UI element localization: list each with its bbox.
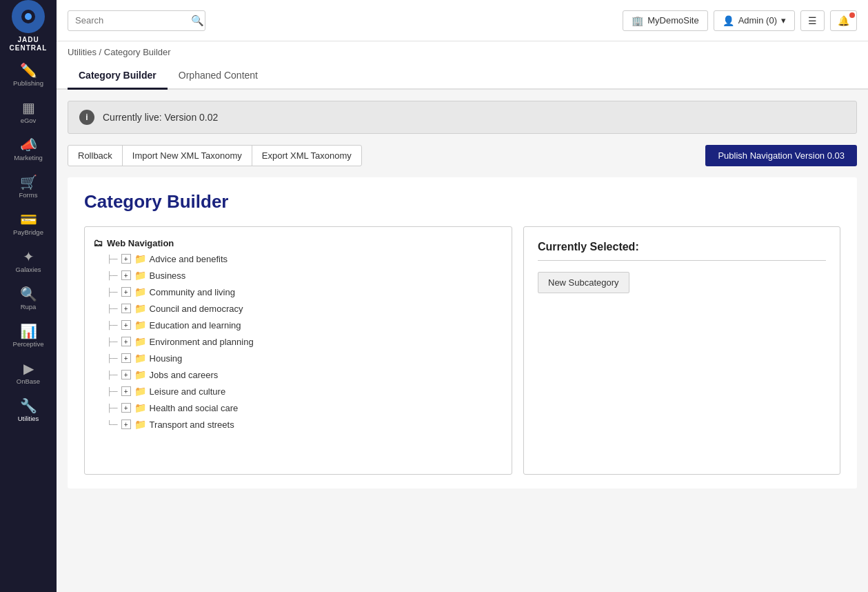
alert-button[interactable]: 🔔 (830, 10, 857, 31)
sidebar-label-marketing: Marketing (14, 154, 43, 161)
sidebar-item-perceptive[interactable]: 📊 Perceptive (0, 317, 57, 355)
tree-item[interactable]: ├─+📁Business (105, 267, 503, 284)
tree-item[interactable]: ├─+📁Housing (105, 350, 503, 366)
sidebar-item-marketing[interactable]: 📣 Marketing (0, 131, 57, 168)
folder-icon: 📁 (134, 253, 146, 264)
tree-item[interactable]: └─+📁Transport and streets (105, 416, 503, 433)
admin-label: Admin (0) (738, 15, 777, 26)
onbase-icon: ▶ (23, 362, 34, 375)
expand-button[interactable]: + (121, 270, 131, 280)
rupa-icon: 🔍 (20, 287, 37, 301)
sidebar-item-onbase[interactable]: ▶ OnBase (0, 355, 57, 392)
perceptive-icon: 📊 (20, 324, 37, 338)
sidebar-label-utilities: Utilities (18, 415, 39, 422)
sidebar-label-paybridge: PayBridge (13, 228, 43, 236)
tree-item-label: Business (150, 270, 186, 281)
notification-badge (849, 12, 855, 18)
mysite-button[interactable]: 🏢 MyDemoSite (623, 10, 707, 31)
tree-item-label: Transport and streets (150, 420, 234, 430)
logo-circle (12, 0, 45, 33)
sidebar-logo: JADUCENTRAL (0, 0, 57, 57)
folder-icon: 📁 (134, 369, 146, 380)
tree-connector: ├─ (107, 255, 118, 263)
tree-root: 🗂 Web Navigation ├─+📁Advice and benefits… (93, 235, 503, 433)
folder-icon: 📁 (134, 270, 146, 281)
search-box[interactable]: 🔍 (68, 10, 205, 31)
page-content: i Currently live: Version 0.02 Rollback … (57, 90, 868, 592)
folder-icon: 📁 (134, 336, 146, 347)
selected-divider (538, 260, 826, 261)
expand-button[interactable]: + (121, 254, 131, 264)
expand-button[interactable]: + (121, 370, 131, 379)
tree-connector: ├─ (107, 321, 118, 329)
header-actions: 🏢 MyDemoSite 👤 Admin (0) ▾ ☰ 🔔 (623, 10, 857, 31)
folder-icon: 📁 (134, 386, 146, 397)
tree-connector: ├─ (107, 337, 118, 346)
tree-connector: └─ (107, 420, 118, 428)
folder-icon: 📁 (134, 419, 146, 430)
tree-connector: ├─ (107, 288, 118, 296)
sidebar-item-forms[interactable]: 🛒 Forms (0, 168, 57, 206)
tree-item[interactable]: ├─+📁Council and democracy (105, 300, 503, 317)
sidebar-label-perceptive: Perceptive (13, 340, 44, 348)
tree-connector: ├─ (107, 304, 118, 313)
tree-item-label: Leisure and culture (150, 386, 226, 397)
folder-icon: 📁 (134, 286, 146, 297)
main-content: 🔍 🏢 MyDemoSite 👤 Admin (0) ▾ ☰ 🔔 Utiliti… (57, 0, 868, 592)
sidebar-label-publishing: Publishing (13, 79, 43, 87)
folder-icon: 📁 (134, 319, 146, 330)
sidebar-item-galaxies[interactable]: ✦ Galaxies (0, 243, 57, 280)
search-input[interactable] (75, 15, 191, 26)
sidebar-item-paybridge[interactable]: 💳 PayBridge (0, 206, 57, 243)
marketing-icon: 📣 (20, 138, 37, 152)
breadcrumb-utilities[interactable]: Utilities (68, 47, 97, 57)
tree-panel[interactable]: 🗂 Web Navigation ├─+📁Advice and benefits… (84, 226, 512, 475)
admin-dropdown-icon: ▾ (781, 15, 786, 26)
sidebar-item-utilities[interactable]: 🔧 Utilities (0, 392, 57, 429)
tree-item[interactable]: ├─+📁Advice and benefits (105, 250, 503, 267)
sidebar-item-publishing[interactable]: ✏️ Publishing (0, 57, 57, 94)
tree-root-label: 🗂 Web Navigation (93, 235, 503, 250)
tree-root-text: Web Navigation (107, 238, 174, 248)
page-title: Category Builder (84, 191, 840, 213)
paybridge-icon: 💳 (20, 213, 37, 226)
tab-category-builder[interactable]: Category Builder (68, 63, 168, 90)
rollback-button[interactable]: Rollback (68, 145, 123, 166)
tree-item-label: Council and democracy (150, 304, 243, 314)
notifications-button[interactable]: ☰ (800, 10, 825, 31)
tree-item[interactable]: ├─+📁Health and social care (105, 399, 503, 416)
tree-item[interactable]: ├─+📁Leisure and culture (105, 383, 503, 399)
sidebar: JADUCENTRAL ✏️ Publishing ▦ eGov 📣 Marke… (0, 0, 57, 592)
sidebar-label-forms: Forms (19, 191, 38, 199)
tree-item[interactable]: ├─+📁Community and living (105, 284, 503, 300)
forms-icon: 🛒 (20, 175, 37, 189)
sidebar-item-rupa[interactable]: 🔍 Rupa (0, 280, 57, 317)
tree-item-label: Education and learning (150, 320, 241, 330)
tree-item[interactable]: ├─+📁Jobs and careers (105, 366, 503, 383)
expand-button[interactable]: + (121, 304, 131, 313)
admin-button[interactable]: 👤 Admin (0) ▾ (714, 10, 795, 31)
tree-item[interactable]: ├─+📁Education and learning (105, 317, 503, 333)
new-subcategory-button[interactable]: New Subcategory (538, 272, 629, 293)
tree-connector: ├─ (107, 354, 118, 362)
selected-panel: Currently Selected: New Subcategory (523, 226, 840, 475)
expand-button[interactable]: + (121, 353, 131, 363)
toolbar: Rollback Import New XML Taxonomy Export … (68, 145, 857, 166)
expand-button[interactable]: + (121, 320, 131, 330)
expand-button[interactable]: + (121, 287, 131, 297)
tree-connector: ├─ (107, 271, 118, 279)
export-xml-button[interactable]: Export XML Taxonomy (252, 145, 362, 166)
mysite-label: MyDemoSite (647, 15, 698, 26)
import-xml-button[interactable]: Import New XML Taxonomy (122, 145, 252, 166)
expand-button[interactable]: + (121, 337, 131, 346)
expand-button[interactable]: + (121, 420, 131, 429)
tab-orphaned-content[interactable]: Orphaned Content (168, 63, 269, 90)
info-banner: i Currently live: Version 0.02 (68, 101, 857, 134)
sidebar-nav: ✏️ Publishing ▦ eGov 📣 Marketing 🛒 Forms… (0, 57, 57, 429)
tree-item[interactable]: ├─+📁Environment and planning (105, 333, 503, 350)
expand-button[interactable]: + (121, 386, 131, 396)
search-icon-button[interactable]: 🔍 (191, 14, 204, 27)
sidebar-item-egov[interactable]: ▦ eGov (0, 94, 57, 131)
publish-button[interactable]: Publish Navigation Version 0.03 (705, 145, 857, 166)
expand-button[interactable]: + (121, 403, 131, 413)
